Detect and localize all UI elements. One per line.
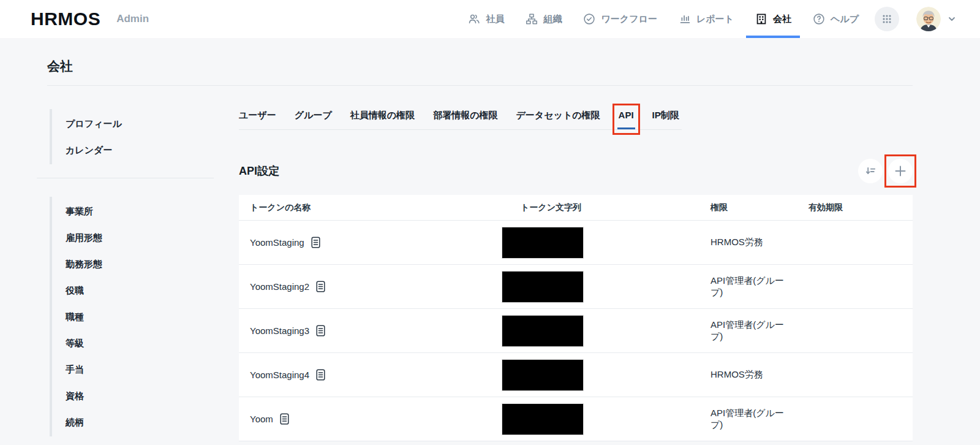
token-name: Yoom [250, 414, 273, 424]
nav-item-company[interactable]: 会社 [755, 0, 791, 38]
nav-item-help[interactable]: ヘルプ [812, 0, 859, 38]
tab-department-info-permission[interactable]: 部署情報の権限 [433, 109, 497, 121]
copy-token-button[interactable] [316, 281, 325, 292]
token-name: YoomStaging3 [250, 325, 309, 336]
nav-item-workflow[interactable]: ワークフロー [582, 0, 657, 38]
check-circle-icon [582, 12, 596, 26]
sidebar-group-master: 事業所 雇用形態 勤務形態 役職 職種 等級 手当 資格 続柄 [50, 197, 214, 436]
sidebar-item-office[interactable]: 事業所 [66, 198, 214, 224]
table-row: YoomStaging2 API管理者(グループ) [239, 265, 913, 309]
sort-button[interactable] [858, 159, 883, 183]
avatar-menu-chevron[interactable] [947, 14, 957, 24]
sidebar-item-profile[interactable]: プロフィール [66, 110, 214, 137]
tab-api-label: API [619, 110, 634, 120]
primary-nav: 社員 組織 ワークフロー [467, 0, 859, 38]
token-permission: HRMOS労務 [698, 369, 796, 381]
token-name: YoomStaging4 [250, 370, 309, 380]
redacted-token-value [502, 227, 583, 258]
table-row: YoomStaging HRMOS労務 [239, 221, 913, 265]
copy-icon [311, 237, 320, 248]
chevron-down-icon [947, 14, 957, 24]
plus-icon [894, 164, 907, 178]
copy-token-button[interactable] [280, 413, 289, 425]
table-row: YoomStaging3 API管理者(グループ) [239, 309, 913, 353]
copy-token-button[interactable] [311, 237, 320, 248]
add-token-button[interactable] [888, 159, 913, 183]
copy-icon [316, 325, 325, 337]
sidebar-divider [37, 178, 214, 178]
sidebar-item-calendar[interactable]: カレンダー [66, 137, 214, 163]
table-row: Yoom API管理者(グループ) [239, 397, 913, 441]
redacted-token-value [502, 272, 583, 302]
nav-label: レポート [696, 13, 734, 25]
settings-sidebar: プロフィール カレンダー 事業所 雇用形態 勤務形態 役職 職種 等級 手当 資… [47, 109, 214, 441]
column-header-token-string: トークン文字列 [496, 202, 698, 213]
copy-token-button[interactable] [316, 369, 325, 381]
main-panel: ユーザー グループ 社員情報の権限 部署情報の権限 データセットの権限 API … [239, 109, 913, 441]
column-header-expiry: 有効期限 [796, 202, 913, 213]
nav-label: ワークフロー [601, 13, 657, 25]
nav-label: ヘルプ [831, 13, 859, 25]
sidebar-item-relationship[interactable]: 続柄 [66, 409, 214, 435]
bar-chart-icon [678, 12, 692, 26]
sidebar-item-allowance[interactable]: 手当 [66, 356, 214, 382]
top-navigation-bar: HRMOS Admin 社員 組織 ワ [0, 0, 980, 38]
tab-api[interactable]: API [619, 109, 634, 121]
page-content: 会社 プロフィール カレンダー 事業所 雇用形態 勤務形態 役職 職種 等級 手… [0, 58, 980, 441]
nav-item-organization[interactable]: 組織 [525, 0, 562, 38]
copy-icon [316, 281, 325, 292]
token-permission: API管理者(グループ) [698, 275, 796, 299]
api-settings-header: API設定 [239, 159, 913, 183]
sort-icon [864, 165, 876, 177]
column-header-token-name: トークンの名称 [239, 202, 496, 213]
copy-token-button[interactable] [316, 325, 325, 337]
nav-label: 会社 [773, 13, 791, 25]
tab-groups[interactable]: グループ [295, 109, 332, 121]
sidebar-item-job-category[interactable]: 職種 [66, 303, 214, 330]
settings-tabs: ユーザー グループ 社員情報の権限 部署情報の権限 データセットの権限 API … [239, 109, 682, 130]
nav-item-employees[interactable]: 社員 [467, 0, 504, 38]
column-header-permission: 権限 [698, 202, 796, 213]
copy-icon [280, 413, 289, 425]
sidebar-item-grade[interactable]: 等級 [66, 330, 214, 356]
user-avatar[interactable] [916, 7, 941, 31]
nav-label: 組織 [543, 13, 562, 25]
token-name: YoomStaging [250, 237, 304, 248]
redacted-token-value [502, 360, 583, 390]
api-token-table: トークンの名称 トークン文字列 権限 有効期限 YoomStaging [239, 195, 913, 441]
token-permission: HRMOS労務 [698, 237, 796, 248]
sidebar-item-position[interactable]: 役職 [66, 277, 214, 303]
section-actions [858, 159, 913, 183]
nav-item-report[interactable]: レポート [678, 0, 734, 38]
redacted-token-value [502, 316, 583, 346]
section-title: API設定 [239, 164, 279, 178]
avatar-image [916, 7, 941, 31]
tab-dataset-permission[interactable]: データセットの権限 [516, 109, 600, 121]
sidebar-group-general: プロフィール カレンダー [50, 109, 214, 164]
title-divider [47, 85, 913, 86]
tab-ip-restriction[interactable]: IP制限 [652, 109, 679, 121]
copy-icon [316, 369, 325, 381]
tab-users[interactable]: ユーザー [239, 109, 276, 121]
page-title: 会社 [47, 58, 913, 75]
apps-grid-icon [881, 13, 893, 25]
admin-label: Admin [116, 13, 149, 25]
sidebar-item-employment-type[interactable]: 雇用形態 [66, 224, 214, 251]
token-name: YoomStaging2 [250, 281, 309, 292]
token-permission: API管理者(グループ) [698, 408, 796, 431]
nav-label: 社員 [486, 13, 504, 25]
token-permission: API管理者(グループ) [698, 319, 796, 343]
redacted-token-value [502, 404, 583, 435]
hrmos-logo[interactable]: HRMOS [31, 9, 100, 29]
sidebar-item-work-style[interactable]: 勤務形態 [66, 251, 214, 277]
people-icon [467, 12, 481, 26]
apps-grid-button[interactable] [875, 7, 899, 31]
building-icon [755, 12, 768, 26]
tab-employee-info-permission[interactable]: 社員情報の権限 [350, 109, 415, 121]
table-header-row: トークンの名称 トークン文字列 権限 有効期限 [239, 195, 913, 221]
table-row: YoomStaging4 HRMOS労務 [239, 353, 913, 397]
org-chart-icon [525, 12, 538, 26]
sidebar-item-qualification[interactable]: 資格 [66, 382, 214, 409]
help-circle-icon [812, 12, 826, 26]
